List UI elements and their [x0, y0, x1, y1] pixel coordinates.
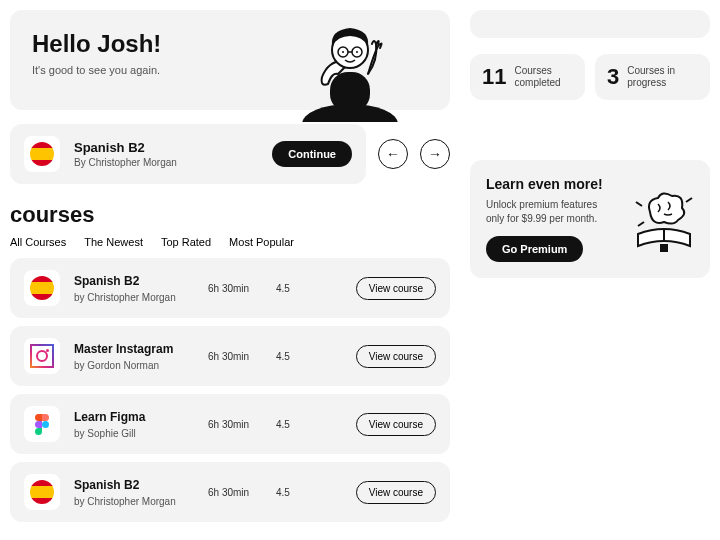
tab-popular[interactable]: Most Popular	[229, 236, 294, 248]
stat-completed-label: Courses completed	[514, 65, 573, 89]
continue-card: Spanish B2 By Christopher Morgan Continu…	[10, 124, 366, 184]
continue-title: Spanish B2	[74, 140, 177, 155]
course-rating: 4.5	[276, 487, 302, 498]
course-author: by Gordon Norman	[74, 360, 194, 371]
course-duration: 6h 30min	[208, 351, 262, 362]
course-duration: 6h 30min	[208, 419, 262, 430]
course-title: Spanish B2	[74, 274, 194, 288]
go-premium-button[interactable]: Go Premium	[486, 236, 583, 262]
svg-point-6	[342, 51, 344, 53]
view-course-button[interactable]: View course	[356, 413, 436, 436]
course-duration: 6h 30min	[208, 487, 262, 498]
view-course-button[interactable]: View course	[356, 481, 436, 504]
instagram-icon	[30, 344, 54, 368]
course-thumb	[24, 338, 60, 374]
courses-heading: courses	[10, 202, 450, 228]
course-thumb	[24, 270, 60, 306]
course-thumb	[24, 136, 60, 172]
promo-card: Learn even more! Unlock premium features…	[470, 160, 710, 278]
course-card: Spanish B2by Christopher Morgan6h 30min4…	[10, 258, 450, 318]
stat-progress-num: 3	[607, 64, 619, 90]
view-course-button[interactable]: View course	[356, 277, 436, 300]
course-tabs: All Courses The Newest Top Rated Most Po…	[10, 236, 450, 248]
svg-point-7	[356, 51, 358, 53]
svg-line-10	[636, 202, 642, 206]
hero-card: Hello Josh! It's good to see you again.	[10, 10, 450, 110]
continue-button[interactable]: Continue	[272, 141, 352, 167]
continue-author: By Christopher Morgan	[74, 157, 177, 168]
svg-line-11	[686, 198, 692, 202]
promo-text: Unlock premium features only for $9.99 p…	[486, 198, 616, 226]
brain-book-illustration	[628, 184, 700, 256]
svg-line-12	[638, 222, 644, 226]
course-title: Learn Figma	[74, 410, 194, 424]
course-title: Master Instagram	[74, 342, 194, 356]
next-arrow-button[interactable]: →	[420, 139, 450, 169]
course-thumb	[24, 406, 60, 442]
svg-rect-9	[660, 244, 668, 252]
svg-rect-1	[330, 72, 370, 112]
flag-spain-icon	[30, 142, 54, 166]
flag-spain-icon	[30, 480, 54, 504]
stat-completed: 11 Courses completed	[470, 54, 585, 100]
figma-icon	[35, 414, 49, 435]
course-rating: 4.5	[276, 283, 302, 294]
tab-all[interactable]: All Courses	[10, 236, 66, 248]
course-card: Master Instagramby Gordon Norman6h 30min…	[10, 326, 450, 386]
course-author: by Christopher Morgan	[74, 496, 194, 507]
course-thumb	[24, 474, 60, 510]
tab-top-rated[interactable]: Top Rated	[161, 236, 211, 248]
stat-progress: 3 Courses in progress	[595, 54, 710, 100]
course-duration: 6h 30min	[208, 283, 262, 294]
course-author: by Christopher Morgan	[74, 292, 194, 303]
prev-arrow-button[interactable]: ←	[378, 139, 408, 169]
search-placeholder-bar[interactable]	[470, 10, 710, 38]
course-rating: 4.5	[276, 419, 302, 430]
course-card: Learn Figmaby Sophie Gill6h 30min4.5View…	[10, 394, 450, 454]
course-title: Spanish B2	[74, 478, 194, 492]
stat-progress-label: Courses in progress	[627, 65, 698, 89]
course-rating: 4.5	[276, 351, 302, 362]
view-course-button[interactable]: View course	[356, 345, 436, 368]
tab-newest[interactable]: The Newest	[84, 236, 143, 248]
person-waving-illustration	[290, 2, 410, 122]
course-author: by Sophie Gill	[74, 428, 194, 439]
stat-completed-num: 11	[482, 64, 506, 90]
course-card: Spanish B2by Christopher Morgan6h 30min4…	[10, 462, 450, 522]
flag-spain-icon	[30, 276, 54, 300]
